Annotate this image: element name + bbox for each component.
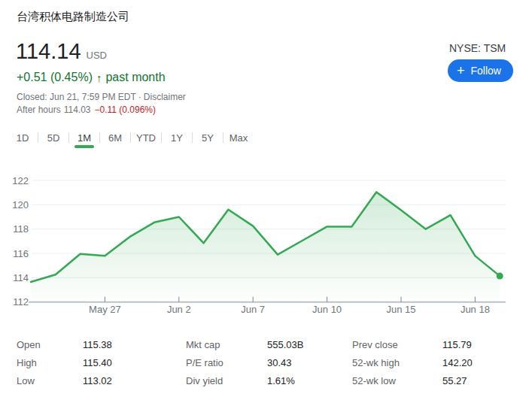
svg-text:Jun 15: Jun 15 (386, 304, 415, 315)
stat-row-divyield: Div yield 1.61% (186, 371, 303, 389)
tab-1y[interactable]: 1Y (162, 129, 192, 149)
chart-y-axis-labels: 112114116118120122 (12, 175, 29, 308)
plus-icon: + (457, 64, 465, 77)
stat-row-prevclose: Prev close 115.79 (352, 335, 473, 353)
up-arrow-icon: ↑ (96, 71, 102, 84)
after-hours-line: After hours114.03−0.11 (0.096%) (17, 105, 156, 115)
stat-label: Low (17, 375, 83, 386)
stat-label: 52-wk high (352, 357, 442, 368)
tab-1m[interactable]: 1M (69, 129, 99, 149)
stat-row-pe: P/E ratio 30.43 (186, 353, 303, 371)
svg-text:118: 118 (13, 223, 29, 235)
stat-value: 142.20 (442, 357, 473, 368)
svg-text:120: 120 (12, 199, 29, 211)
exchange-ticker: NYSE: TSM (449, 42, 506, 54)
stat-row-open: Open 115.38 (17, 335, 112, 353)
price-line: 114.14 USD (16, 39, 107, 64)
stats-column-1: Open 115.38 High 115.40 Low 113.02 (17, 335, 112, 389)
tab-max[interactable]: Max (223, 129, 254, 149)
stat-label: Prev close (352, 339, 442, 350)
svg-text:Jun 7: Jun 7 (241, 304, 265, 315)
svg-text:122: 122 (12, 175, 29, 186)
svg-text:116: 116 (13, 248, 29, 259)
chart-area-fill (31, 192, 500, 301)
follow-label: Follow (471, 65, 501, 77)
stat-value: 113.02 (83, 375, 112, 386)
tab-6m[interactable]: 6M (100, 129, 130, 149)
after-hours-change: −0.11 (0.096%) (95, 105, 157, 115)
change-period: past month (105, 71, 165, 84)
stat-row-low: Low 113.02 (17, 371, 112, 389)
range-tabs: 1D 5D 1M 6M YTD 1Y 5Y Max (8, 129, 254, 149)
tab-ytd[interactable]: YTD (131, 129, 161, 149)
svg-text:112: 112 (13, 296, 29, 308)
follow-button[interactable]: + Follow (448, 59, 513, 82)
price-change: +0.51 (0.45%) ↑ past month (17, 71, 166, 84)
stat-value: 1.61% (267, 375, 295, 386)
svg-text:Jun 18: Jun 18 (461, 304, 490, 315)
stat-row-mktcap: Mkt cap 555.03B (186, 335, 303, 353)
chart-end-dot (497, 273, 503, 280)
stat-value: 30.43 (267, 357, 292, 368)
stock-title: 台湾积体电路制造公司 (17, 10, 129, 24)
after-hours-price: 114.03 (64, 105, 91, 115)
stat-label: Div yield (186, 375, 267, 386)
market-status-text: Closed: Jun 21, 7:59 PM EDT · (17, 92, 141, 102)
tab-5y[interactable]: 5Y (193, 129, 223, 149)
stat-value: 55.27 (442, 375, 467, 386)
change-amount: +0.51 (0.45%) (17, 71, 93, 84)
stat-row-52wkhigh: 52-wk high 142.20 (352, 353, 473, 371)
stat-value: 555.03B (267, 339, 303, 350)
after-hours-label: After hours (17, 105, 61, 115)
stat-value: 115.40 (83, 357, 112, 368)
stats-column-2: Mkt cap 555.03B P/E ratio 30.43 Div yiel… (186, 335, 303, 389)
tab-1d[interactable]: 1D (8, 129, 38, 149)
stat-value: 115.38 (83, 339, 112, 350)
stats-column-3: Prev close 115.79 52-wk high 142.20 52-w… (352, 335, 473, 389)
stat-value: 115.79 (442, 339, 472, 350)
stat-label: 52-wk low (352, 375, 442, 386)
svg-text:Jun 2: Jun 2 (167, 304, 191, 315)
price-chart[interactable]: 112114116118120122May 27Jun 2Jun 7Jun 10… (0, 169, 532, 316)
svg-text:May 27: May 27 (89, 304, 121, 315)
disclaimer-link[interactable]: Disclaimer (144, 92, 186, 102)
stat-row-52wklow: 52-wk low 55.27 (352, 371, 473, 389)
stat-label: High (17, 357, 83, 368)
market-status: Closed: Jun 21, 7:59 PM EDT ·Disclaimer (17, 92, 186, 102)
stat-label: Mkt cap (186, 339, 267, 350)
stat-label: P/E ratio (186, 357, 267, 368)
stat-row-high: High 115.40 (17, 353, 112, 371)
price-value: 114.14 (16, 39, 81, 64)
stat-label: Open (17, 339, 83, 350)
svg-text:114: 114 (13, 272, 29, 283)
tab-5d[interactable]: 5D (38, 129, 68, 149)
svg-text:Jun 10: Jun 10 (312, 304, 342, 315)
price-currency: USD (87, 50, 107, 61)
